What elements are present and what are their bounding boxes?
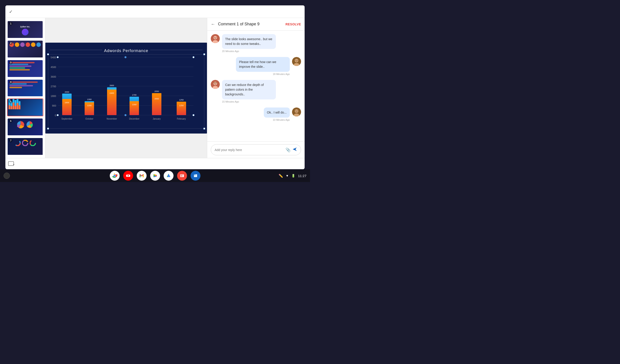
svg-point-65	[297, 60, 298, 61]
svg-text:1700: 1700	[132, 94, 137, 96]
svg-rect-37	[152, 93, 161, 115]
svg-text:1800: 1800	[50, 95, 56, 97]
slide-thumb-inner-5	[8, 99, 43, 116]
dock-drive-icon[interactable]	[164, 171, 173, 181]
dock-youtube-icon[interactable]	[123, 171, 133, 181]
add-slide-button[interactable]	[8, 161, 14, 166]
svg-text:2050: 2050	[155, 98, 159, 100]
svg-point-50	[57, 56, 59, 58]
comment-time-3: 15 Minutes Ago	[211, 100, 301, 103]
slide-thumb-5[interactable]: 5	[7, 99, 43, 116]
main-content: 1 Zyiker Inc. 2	[5, 18, 305, 158]
svg-rect-41	[177, 102, 186, 115]
svg-text:2700: 2700	[50, 85, 56, 88]
svg-text:1300: 1300	[87, 98, 92, 101]
battery-icon: 🔋	[291, 174, 295, 178]
home-button[interactable]	[4, 173, 10, 179]
handle-tr[interactable]	[203, 53, 205, 55]
svg-point-1	[15, 140, 20, 146]
dock-play-icon[interactable]	[150, 171, 160, 181]
slide-frame: Adwords Performance 5400 4500 3600 2700 …	[45, 43, 207, 134]
svg-point-70	[216, 83, 216, 84]
avatar-3	[211, 80, 220, 89]
thumb-circles-2	[8, 41, 43, 49]
slide-number-1: 1	[9, 22, 13, 25]
svg-point-55	[124, 114, 126, 116]
svg-rect-76	[8, 162, 14, 166]
comment-text-3: Can we reduce the depth of pattern color…	[225, 83, 264, 96]
comment-item-3: Can we reduce the depth of pattern color…	[211, 80, 301, 99]
slide-thumb-2[interactable]: 2	[7, 40, 43, 58]
dock-slides-icon[interactable]	[177, 171, 187, 181]
dock-files-icon[interactable]	[191, 171, 201, 181]
slide-thumb-inner-1: Zyiker Inc.	[8, 21, 43, 38]
slide-thumb-inner-3	[8, 60, 43, 77]
slide-thumb-7[interactable]: 7	[7, 137, 43, 155]
slide-thumb-inner-7	[8, 138, 43, 155]
svg-rect-99	[194, 176, 196, 176]
comment-group-2: Please tell me how can we improve the sl…	[211, 57, 301, 76]
svg-rect-92	[181, 175, 183, 175]
svg-text:5400: 5400	[50, 56, 56, 59]
comment-header: ← Comment 1 of Shape 9 RESOLVE	[207, 18, 305, 30]
slide-number-4: 4	[9, 80, 13, 84]
slide-thumb-1[interactable]: 1 Zyiker Inc.	[7, 21, 43, 38]
thumb-bars-4	[8, 80, 43, 90]
svg-point-62	[295, 59, 298, 62]
comment-time-1: 20 Minutes Ago	[211, 50, 301, 53]
attach-icon[interactable]: 📎	[286, 147, 291, 152]
comment-item-1: The slide looks awesome.. but we need to…	[211, 34, 301, 49]
wifi-icon: ▼	[286, 174, 289, 178]
check-icon[interactable]: ✓	[9, 9, 13, 14]
svg-text:December: December	[129, 118, 140, 120]
resolve-button[interactable]: RESOLVE	[286, 22, 301, 26]
reply-input-inner: 📎	[211, 144, 301, 155]
comment-text-4: Ok.. I will do...	[267, 111, 287, 114]
comment-item-2: Please tell me how can we improve the sl…	[211, 57, 301, 72]
comment-header-title: Comment 1 of Shape 9	[218, 22, 283, 27]
svg-text:October: October	[85, 118, 93, 120]
svg-text:2600: 2600	[109, 84, 114, 87]
svg-text:February: February	[177, 118, 186, 120]
svg-text:2400: 2400	[109, 92, 114, 94]
slide-thumb-3[interactable]: 3	[7, 60, 43, 77]
avatar-4	[292, 107, 301, 117]
svg-text:1250: 1250	[179, 104, 184, 106]
slide-thumb-4[interactable]: 4	[7, 79, 43, 97]
comment-time-4: 10 Minutes Ago	[211, 119, 301, 121]
send-icon[interactable]	[292, 147, 297, 153]
svg-text:3600: 3600	[50, 76, 56, 78]
dock-gmail-icon[interactable]	[137, 171, 147, 181]
pencil-icon[interactable]: ✏️	[279, 174, 283, 178]
comment-group-3: Can we reduce the depth of pattern color…	[211, 80, 301, 103]
svg-point-82	[114, 175, 116, 177]
bottom-toolbar	[5, 158, 305, 169]
dock-chrome-icon[interactable]	[110, 171, 120, 181]
svg-rect-93	[181, 176, 183, 176]
handle-bl[interactable]	[47, 128, 49, 129]
svg-text:1200: 1200	[87, 104, 92, 106]
svg-point-69	[214, 83, 215, 84]
reply-input[interactable]	[215, 148, 284, 152]
back-arrow[interactable]: ←	[211, 22, 215, 27]
handle-tl[interactable]	[47, 53, 49, 55]
clock: 11:27	[298, 174, 306, 178]
thumb-content-1: Zyiker Inc.	[8, 21, 43, 38]
handle-br[interactable]	[203, 128, 205, 129]
reply-input-container: 📎	[207, 141, 305, 158]
slide-thumb-6[interactable]: 6	[7, 118, 43, 136]
svg-point-51	[193, 56, 194, 58]
sidebar: 1 Zyiker Inc. 2	[5, 18, 45, 158]
comment-item-4: Ok.. I will do...	[211, 107, 301, 118]
svg-rect-97	[194, 174, 196, 175]
taskbar: ✏️ ▼ 🔋 11:27	[0, 169, 310, 182]
thumb-mini-bars-5	[8, 99, 43, 110]
comment-group-1: The slide looks awesome.. but we need to…	[211, 34, 301, 53]
comment-bubble-4: Ok.. I will do...	[264, 107, 290, 118]
svg-text:November: November	[107, 118, 117, 120]
svg-text:1600: 1600	[65, 101, 69, 104]
svg-text:2050: 2050	[155, 90, 159, 92]
thumb-bars-3	[8, 60, 43, 72]
comment-group-4: Ok.. I will do... 10 Minutes Ago	[211, 107, 301, 121]
avatar-1	[211, 34, 220, 43]
